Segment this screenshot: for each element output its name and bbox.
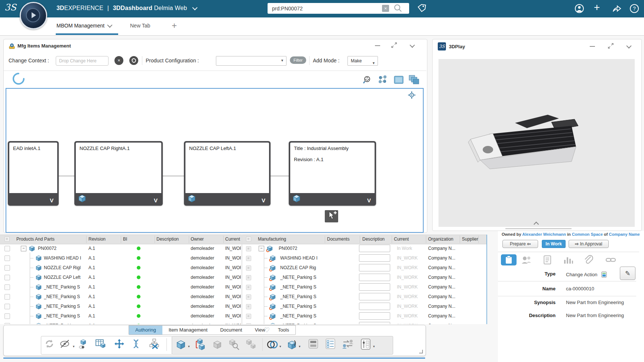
search-input[interactable] bbox=[271, 4, 381, 13]
search-cube-icon[interactable] bbox=[227, 338, 240, 351]
search-icon[interactable] bbox=[394, 4, 402, 14]
compare-icon[interactable] bbox=[266, 338, 279, 351]
mfg-row[interactable]: NOZZLE CAP RigIN_WORKCompany N... bbox=[242, 263, 487, 273]
expander-icon[interactable]: − bbox=[21, 246, 26, 251]
mfg-row[interactable]: _NETE_Parking SIN_WORKCompany N... bbox=[242, 282, 487, 292]
maximize-icon[interactable] bbox=[391, 42, 397, 48]
network-view-icon[interactable] bbox=[378, 75, 388, 87]
mfg-card-nozzle-cap-right[interactable]: NOZZLE CAP RightA.1 V bbox=[74, 141, 163, 206]
company-link[interactable]: Company Name bbox=[609, 232, 640, 237]
in-approval-button[interactable]: ⇨ In Approval bbox=[569, 240, 609, 248]
tab-properties-clipboard-icon[interactable] bbox=[501, 254, 517, 265]
mfg-row[interactable]: _NETE_Parking SIN_WORKCompany N... bbox=[242, 292, 487, 301]
product-row[interactable]: _NETE_Parking SA.1demoleaderIN_WORK bbox=[0, 292, 242, 301]
mfg-row[interactable]: _NETE_Parking SIN_WORKCompany N... bbox=[242, 321, 487, 324]
row-checkbox[interactable] bbox=[4, 246, 10, 251]
row-checkbox[interactable] bbox=[4, 284, 10, 290]
product-row[interactable]: _NETE_ParkingA.1demoleaderIN_WORK bbox=[0, 321, 242, 324]
owner-link[interactable]: Alexander Weichmann bbox=[522, 232, 566, 237]
tab-mbom-management[interactable]: MBOM Management bbox=[56, 23, 111, 29]
share-icon[interactable] bbox=[612, 4, 622, 14]
expand-up-chevron-icon[interactable] bbox=[534, 222, 539, 227]
col-current[interactable]: Current bbox=[394, 237, 424, 242]
refresh-icon[interactable] bbox=[44, 338, 56, 351]
refresh-context-icon[interactable] bbox=[129, 56, 138, 65]
dropdown-caret-icon[interactable]: ▾ bbox=[188, 345, 190, 348]
user-profile-icon[interactable] bbox=[575, 4, 585, 14]
tab-chevron-down-icon[interactable] bbox=[107, 23, 113, 28]
col-organization[interactable]: Organization bbox=[428, 237, 460, 242]
row-checkbox[interactable] bbox=[4, 304, 10, 309]
row-checkbox[interactable] bbox=[4, 313, 10, 319]
collapse-chevron-icon[interactable] bbox=[626, 43, 631, 49]
dropdown-caret-icon[interactable]: ▾ bbox=[73, 345, 75, 348]
col-revision[interactable]: Revision bbox=[88, 237, 118, 242]
viewport-scrollbar[interactable] bbox=[505, 228, 572, 229]
tab-statistics-icon[interactable] bbox=[563, 255, 573, 266]
edit-properties-button[interactable]: ✎ bbox=[620, 267, 635, 280]
description-input[interactable] bbox=[359, 293, 390, 300]
col-description[interactable]: Description bbox=[362, 237, 392, 242]
resize-handle[interactable] bbox=[419, 350, 423, 353]
description-input[interactable] bbox=[359, 254, 390, 262]
product-row[interactable]: _NETE_Parking SA.1demoleaderIN_WORK bbox=[0, 282, 242, 292]
product-configuration-select[interactable]: ▼ bbox=[216, 56, 287, 66]
mfg-card-washing-head-inlet[interactable]: EAD inletA.1 V bbox=[8, 141, 59, 206]
minimize-icon[interactable] bbox=[590, 46, 595, 47]
expander-icon[interactable]: − bbox=[259, 246, 264, 251]
favorites-heart-icon[interactable]: ♡ bbox=[264, 326, 270, 334]
description-input[interactable] bbox=[359, 245, 390, 252]
move-item-icon[interactable] bbox=[114, 338, 126, 351]
tab-links-icon[interactable] bbox=[606, 255, 616, 266]
reassign-people-icon[interactable] bbox=[342, 338, 355, 351]
description-input[interactable] bbox=[359, 264, 390, 271]
dropdown-caret-icon[interactable]: ▾ bbox=[373, 345, 375, 348]
dropdown-caret-icon[interactable]: ▾ bbox=[299, 345, 301, 348]
card-version-badge[interactable]: V bbox=[154, 197, 158, 203]
select-all-checkbox[interactable] bbox=[4, 237, 10, 242]
hide-show-icon[interactable] bbox=[59, 338, 72, 351]
mfg-card-nozzle-cap-left[interactable]: NOZZLE CAP LeftA.1 V bbox=[184, 141, 271, 206]
in-work-button[interactable]: In Work bbox=[542, 240, 566, 248]
clear-context-icon[interactable]: × bbox=[114, 56, 123, 65]
tab-new-tab[interactable]: New Tab bbox=[130, 23, 150, 29]
checklist-icon[interactable] bbox=[325, 338, 337, 351]
app-title[interactable]: 3DEXPERIENCE | 3DDashboard Delmia Web bbox=[56, 5, 196, 12]
col-manufacturing[interactable]: Manufacturing bbox=[258, 237, 321, 242]
product-row[interactable]: WASHING HEAD IA.1demoleaderIN_WORK bbox=[0, 253, 242, 263]
card-version-badge[interactable]: V bbox=[262, 197, 265, 203]
product-row[interactable]: _NETE_Parking SA.1demoleaderIN_WORK bbox=[0, 311, 242, 321]
panel-splitter[interactable] bbox=[486, 235, 487, 324]
row-checkbox[interactable] bbox=[4, 294, 10, 300]
3d-viewport[interactable] bbox=[438, 59, 635, 227]
select-all-checkbox[interactable] bbox=[246, 237, 251, 242]
product-row[interactable]: −PN00072A.1demoleaderIN_WORK bbox=[0, 244, 242, 253]
toolbar-tab-authoring[interactable]: Authoring bbox=[129, 326, 162, 335]
collab-space-link[interactable]: Common Space bbox=[572, 232, 603, 237]
tab-attachments-icon[interactable] bbox=[583, 255, 593, 266]
mfg-row[interactable]: _NETE_Parking SIN_WORKCompany N... bbox=[242, 273, 487, 282]
mfg-card-industrial-assembly[interactable]: Title : Industrial Assembly Revision : A… bbox=[289, 141, 376, 206]
properties-filter-icon[interactable] bbox=[360, 338, 372, 351]
description-input[interactable] bbox=[359, 303, 390, 310]
minimize-icon[interactable] bbox=[375, 45, 380, 46]
maximize-icon[interactable] bbox=[608, 43, 613, 48]
3dcompass-logo[interactable] bbox=[20, 2, 47, 29]
prepare-button[interactable]: Prepare ⇦ bbox=[502, 240, 538, 248]
app-chevron-down-icon[interactable] bbox=[192, 5, 197, 10]
description-input[interactable] bbox=[359, 312, 390, 320]
cascade-windows-icon[interactable] bbox=[408, 75, 420, 87]
product-row[interactable]: NOZZLE CAP RiglA.1demoleaderIN_WORK bbox=[0, 263, 242, 273]
row-checkbox[interactable] bbox=[4, 255, 10, 261]
create-mfg-item-icon[interactable] bbox=[78, 338, 91, 351]
tab-members-icon[interactable] bbox=[521, 255, 531, 266]
scope-cube-icon[interactable] bbox=[175, 338, 187, 351]
product-row[interactable]: NOZZLE CAP LeftA.1demoleaderIN_WORK bbox=[0, 273, 242, 282]
row-checkbox[interactable] bbox=[4, 323, 10, 324]
toolbar-tab-document[interactable]: Document bbox=[214, 326, 248, 335]
description-input[interactable] bbox=[359, 274, 390, 281]
link-items-icon[interactable] bbox=[194, 338, 207, 351]
zoom-fit-icon[interactable] bbox=[363, 75, 372, 87]
col-documents[interactable]: Documents bbox=[327, 237, 359, 242]
col-bi[interactable]: BI bbox=[123, 237, 153, 242]
